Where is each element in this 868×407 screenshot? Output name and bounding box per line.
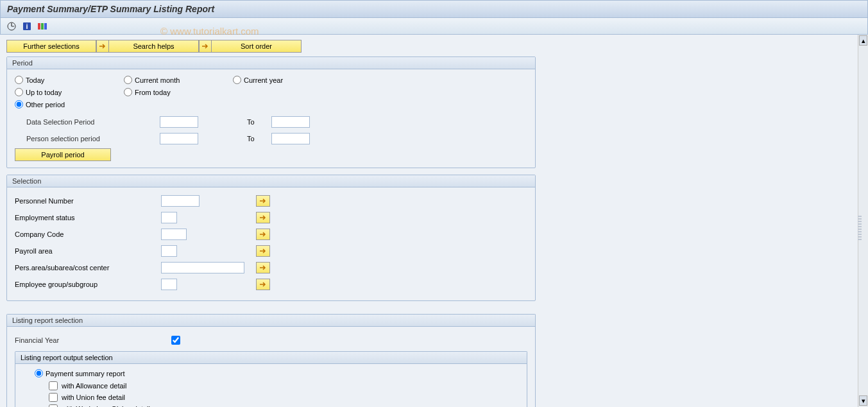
selection-header: Selection — [7, 175, 535, 187]
selection-group: Selection Personnel Number Employment st… — [6, 175, 536, 301]
vertical-scrollbar[interactable]: ▴ ▾ — [858, 35, 868, 407]
employee-group-multi-icon[interactable] — [256, 279, 270, 290]
union-fee-label: with Union fee detail — [62, 394, 125, 401]
company-code-multi-icon[interactable] — [256, 229, 270, 240]
page-title: Payment Summary/ETP Summary Listing Repo… — [7, 4, 214, 14]
title-bar: Payment Summary/ETP Summary Listing Repo… — [0, 0, 868, 18]
radio-current-year[interactable]: Current year — [233, 76, 342, 84]
employee-group-label: Employee group/subgroup — [15, 281, 156, 288]
to-label-1: To — [247, 118, 266, 126]
radio-current-month[interactable]: Current month — [124, 76, 233, 84]
person-selection-to-input[interactable] — [271, 133, 310, 144]
period-header: Period — [7, 57, 535, 69]
selection-buttons-row: Further selections Search helps Sort ord… — [6, 40, 862, 53]
allowance-label: with Allowance detail — [62, 382, 127, 390]
period-group: Period Today Current month Current year … — [6, 56, 536, 168]
financial-year-label: Financial Year — [15, 336, 143, 344]
union-fee-checkbox[interactable] — [49, 393, 58, 402]
listing-output-header: Listing report output selection — [15, 352, 527, 364]
sort-order-arrow-icon[interactable] — [199, 40, 212, 53]
payroll-area-input[interactable] — [161, 245, 177, 257]
scroll-up-icon[interactable]: ▴ — [859, 35, 867, 46]
app-toolbar: i — [0, 18, 868, 35]
payroll-period-button[interactable]: Payroll period — [15, 148, 111, 161]
pers-area-multi-icon[interactable] — [256, 262, 270, 273]
workplace-giving-checkbox[interactable] — [49, 404, 58, 407]
radio-payment-summary[interactable]: Payment summary report — [23, 369, 519, 377]
radio-today[interactable]: Today — [15, 76, 124, 84]
personnel-number-multi-icon[interactable] — [256, 195, 270, 207]
data-selection-from-input[interactable] — [160, 116, 198, 128]
employment-status-label: Employment status — [15, 214, 156, 221]
data-selection-period-label: Data Selection Period — [15, 118, 155, 126]
splitter-handle-icon[interactable] — [858, 214, 862, 240]
sort-order-button[interactable]: Sort order — [212, 40, 302, 53]
to-label-2: To — [247, 135, 266, 143]
company-code-input[interactable] — [161, 229, 187, 240]
financial-year-checkbox[interactable] — [171, 336, 180, 345]
personnel-number-input[interactable] — [161, 195, 200, 207]
pers-area-input[interactable] — [161, 262, 244, 273]
scroll-down-icon[interactable]: ▾ — [859, 395, 867, 406]
listing-header: Listing report selection — [7, 315, 535, 327]
further-selections-button[interactable]: Further selections — [6, 40, 96, 53]
svg-rect-4 — [41, 23, 44, 30]
person-selection-from-input[interactable] — [160, 133, 198, 144]
employee-group-input[interactable] — [161, 279, 177, 290]
data-selection-to-input[interactable] — [271, 116, 310, 128]
employment-status-input[interactable] — [161, 212, 177, 223]
listing-output-group: Listing report output selection Payment … — [15, 351, 527, 407]
payroll-area-label: Payroll area — [15, 247, 156, 255]
person-selection-period-label: Person selection period — [15, 135, 155, 143]
allowance-checkbox[interactable] — [49, 381, 58, 390]
content-area: Further selections Search helps Sort ord… — [0, 35, 868, 407]
radio-from-today[interactable]: From today — [124, 88, 233, 96]
pers-area-label: Pers.area/subarea/cost center — [15, 264, 156, 272]
search-helps-arrow-icon[interactable] — [96, 40, 109, 53]
info-icon[interactable]: i — [21, 21, 33, 32]
execute-icon[interactable] — [6, 21, 17, 32]
payroll-area-multi-icon[interactable] — [256, 245, 270, 257]
radio-up-to-today[interactable]: Up to today — [15, 88, 124, 96]
personnel-number-label: Personnel Number — [15, 197, 156, 205]
search-helps-button[interactable]: Search helps — [109, 40, 199, 53]
layout-icon[interactable] — [37, 21, 48, 32]
listing-report-group: Listing report selection Financial Year … — [6, 314, 536, 407]
svg-text:i: i — [26, 22, 28, 30]
company-code-label: Company Code — [15, 230, 156, 238]
svg-rect-5 — [44, 23, 47, 30]
svg-rect-3 — [38, 23, 40, 30]
employment-status-multi-icon[interactable] — [256, 212, 270, 223]
radio-other-period[interactable]: Other period — [15, 100, 124, 108]
